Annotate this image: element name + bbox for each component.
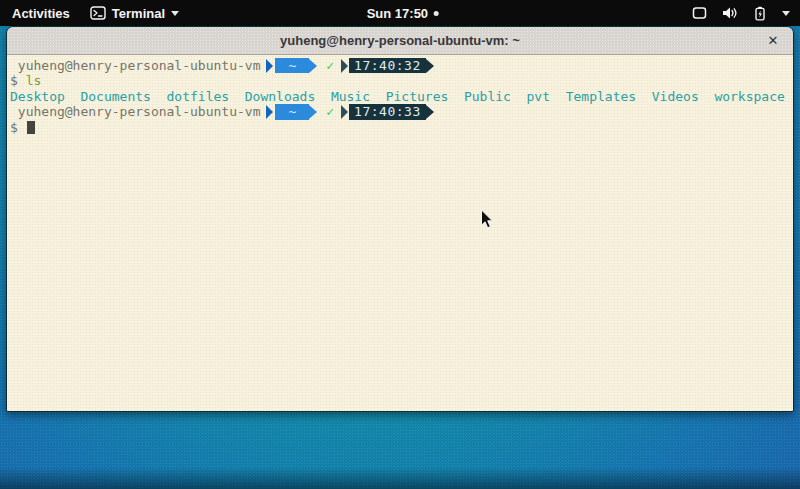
powerline-arrow-icon [426, 105, 434, 119]
powerline-arrow-icon [341, 59, 348, 73]
text-cursor [27, 121, 35, 134]
powerline-cwd-segment: ~ [260, 104, 317, 119]
terminal-content[interactable]: yuheng@henry-personal-ubuntu-vm ~ ✓ 17:4… [7, 55, 793, 411]
status-check-icon: ✓ [326, 58, 334, 73]
prompt-line-2: yuheng@henry-personal-ubuntu-vm ~ ✓ 17:4… [10, 104, 791, 119]
directory-name: Public [464, 89, 511, 104]
app-menu-terminal[interactable]: Terminal [90, 6, 179, 21]
activities-button[interactable]: Activities [12, 6, 70, 21]
app-menu-label: Terminal [112, 6, 165, 21]
wallpaper-bottom-shade [0, 467, 800, 489]
directory-name: Documents [80, 89, 150, 104]
shell-prompt-symbol: $ [10, 120, 26, 135]
powerline-arrow-icon [426, 59, 434, 73]
directory-name: workspace [714, 89, 784, 104]
chevron-down-icon [171, 11, 179, 16]
powerline-arrow-icon [309, 105, 317, 119]
prompt-time: 17:40:33 [349, 104, 426, 119]
notification-dot-icon [434, 11, 439, 16]
powerline-arrow-icon [266, 105, 273, 119]
powerline-arrow-icon [341, 105, 348, 119]
prompt-cwd: ~ [275, 104, 309, 119]
shell-prompt-symbol: $ [10, 73, 26, 88]
directory-name: dotfiles [167, 89, 230, 104]
prompt-user-host: yuheng@henry-personal-ubuntu-vm [10, 104, 260, 119]
prompt-time: 17:40:32 [349, 58, 426, 73]
ls-output-line: Desktop Documents dotfiles Downloads Mus… [10, 89, 791, 104]
system-menu-chevron-icon [782, 11, 790, 16]
window-titlebar[interactable]: yuheng@henry-personal-ubuntu-vm: ~ ✕ [7, 27, 793, 55]
volume-high-icon [722, 6, 738, 20]
prompt-user-host: yuheng@henry-personal-ubuntu-vm [10, 58, 260, 73]
clock-menu[interactable]: Sun 17:50 [367, 0, 439, 26]
status-check-icon: ✓ [326, 104, 334, 119]
close-icon[interactable]: ✕ [764, 32, 782, 50]
directory-name: Downloads [245, 89, 315, 104]
prompt-cwd: ~ [275, 58, 309, 73]
powerline-arrow-icon [309, 59, 317, 73]
input-line[interactable]: $ [10, 120, 791, 135]
battery-charging-icon [753, 6, 767, 21]
directory-name: Pictures [386, 89, 449, 104]
powerline-time-segment: 17:40:33 [341, 104, 434, 119]
terminal-window: yuheng@henry-personal-ubuntu-vm: ~ ✕ yuh… [6, 26, 794, 412]
directory-name: pvt [527, 89, 550, 104]
directory-name: Templates [566, 89, 636, 104]
terminal-icon [90, 6, 106, 20]
system-status-area[interactable] [692, 0, 800, 26]
gnome-top-bar: Activities Terminal Sun 17:50 [0, 0, 800, 26]
powerline-time-segment: 17:40:32 [341, 58, 434, 73]
directory-name: Desktop [10, 89, 65, 104]
network-wired-icon [692, 6, 707, 20]
powerline-arrow-icon [266, 59, 273, 73]
directory-name: Music [331, 89, 370, 104]
command-text: ls [26, 73, 42, 88]
directory-name: Videos [652, 89, 699, 104]
powerline-cwd-segment: ~ [260, 58, 317, 73]
clock-label: Sun 17:50 [367, 6, 428, 21]
prompt-line-1: yuheng@henry-personal-ubuntu-vm ~ ✓ 17:4… [10, 58, 791, 73]
window-title: yuheng@henry-personal-ubuntu-vm: ~ [280, 33, 520, 48]
command-line: $ ls [10, 73, 791, 88]
